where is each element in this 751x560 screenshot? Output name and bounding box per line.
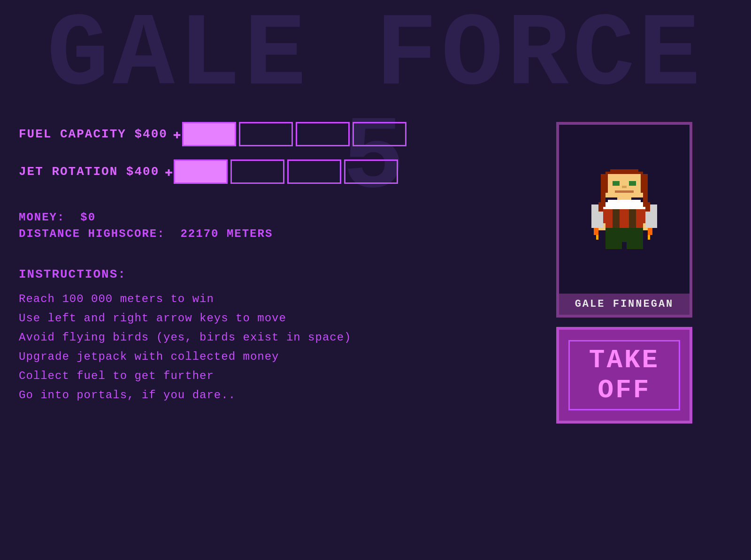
character-sprite xyxy=(591,169,657,249)
progress-segment-jet-rotation-3 xyxy=(344,159,398,184)
svg-rect-30 xyxy=(598,202,603,212)
svg-rect-6 xyxy=(629,181,636,186)
svg-rect-11 xyxy=(603,202,645,209)
progress-segment-jet-rotation-2 xyxy=(287,159,341,184)
left-panel: FUEL CAPACITY $400 ✚JET ROTATION $400 ✚ … xyxy=(19,122,544,424)
takeoff-inner: TAKE OFF xyxy=(568,340,680,410)
svg-rect-19 xyxy=(605,228,643,242)
upgrades-container: FUEL CAPACITY $400 ✚JET ROTATION $400 ✚ xyxy=(19,122,544,197)
upgrade-label-fuel-capacity: FUEL CAPACITY $400 ✚ xyxy=(19,126,182,142)
stats-section: MONEY: $0 DISTANCE HIGHSCORE: 22170 METE… xyxy=(19,211,544,244)
character-name-bar: GALE FINNEGAN xyxy=(559,294,690,315)
svg-rect-27 xyxy=(648,235,650,240)
svg-rect-25 xyxy=(596,235,598,240)
svg-rect-13 xyxy=(613,209,620,228)
money-stat: MONEY: $0 xyxy=(19,211,544,224)
svg-rect-3 xyxy=(601,174,608,193)
character-name: GALE FINNEGAN xyxy=(575,298,674,310)
progress-segment-fuel-capacity-2 xyxy=(296,122,350,146)
svg-rect-8 xyxy=(615,190,634,193)
svg-rect-21 xyxy=(627,242,643,249)
upgrade-row-fuel-capacity: FUEL CAPACITY $400 ✚ xyxy=(19,122,544,146)
instruction-item-2: Avoid flying birds (yes, birds exist in … xyxy=(19,331,544,344)
instruction-item-4: Collect fuel to get further xyxy=(19,370,544,382)
progress-segment-fuel-capacity-1 xyxy=(239,122,293,146)
upgrade-plus-jet-rotation[interactable]: ✚ xyxy=(165,164,174,180)
progress-bar-fuel-capacity xyxy=(182,122,406,146)
money-label: MONEY: xyxy=(19,211,65,224)
progress-segment-fuel-capacity-3 xyxy=(353,122,406,146)
distance-label: DISTANCE HIGHSCORE: xyxy=(19,227,165,240)
instruction-item-5: Go into portals, if you dare.. xyxy=(19,389,544,401)
upgrade-row-jet-rotation: JET ROTATION $400 ✚ xyxy=(19,159,544,184)
money-value: $0 xyxy=(80,211,96,224)
takeoff-button[interactable]: TAKE OFF xyxy=(556,327,692,424)
right-panel: GALE FINNEGAN TAKE OFF xyxy=(544,122,704,424)
instruction-item-1: Use left and right arrow keys to move xyxy=(19,312,544,325)
upgrade-plus-fuel-capacity[interactable]: ✚ xyxy=(173,126,182,142)
svg-rect-4 xyxy=(641,174,648,193)
svg-rect-12 xyxy=(605,209,643,228)
svg-rect-5 xyxy=(613,181,620,186)
instructions-list: Reach 100 000 meters to winUse left and … xyxy=(19,293,544,401)
distance-stat: DISTANCE HIGHSCORE: 22170 METERS xyxy=(19,227,544,240)
svg-rect-7 xyxy=(622,186,627,188)
svg-rect-1 xyxy=(605,172,643,174)
character-card: GALE FINNEGAN xyxy=(556,122,692,318)
svg-rect-20 xyxy=(605,242,622,249)
progress-segment-jet-rotation-0 xyxy=(174,159,228,184)
progress-bar-jet-rotation xyxy=(174,159,398,184)
instructions-title: INSTRUCTIONS: xyxy=(19,267,544,281)
instructions-section: INSTRUCTIONS: Reach 100 000 meters to wi… xyxy=(19,267,544,408)
progress-segment-jet-rotation-1 xyxy=(230,159,284,184)
instruction-item-3: Upgrade jetpack with collected money xyxy=(19,350,544,363)
distance-value: 22170 METERS xyxy=(180,227,273,240)
svg-rect-14 xyxy=(629,209,636,228)
svg-rect-24 xyxy=(594,228,598,235)
takeoff-label: TAKE OFF xyxy=(589,345,659,405)
instruction-item-0: Reach 100 000 meters to win xyxy=(19,293,544,305)
upgrade-label-jet-rotation: JET ROTATION $400 ✚ xyxy=(19,164,174,180)
progress-segment-fuel-capacity-0 xyxy=(182,122,236,146)
main-content: FUEL CAPACITY $400 ✚JET ROTATION $400 ✚ … xyxy=(0,122,751,424)
character-sprite-area xyxy=(559,125,690,294)
svg-rect-31 xyxy=(645,202,650,212)
svg-rect-26 xyxy=(648,228,652,235)
